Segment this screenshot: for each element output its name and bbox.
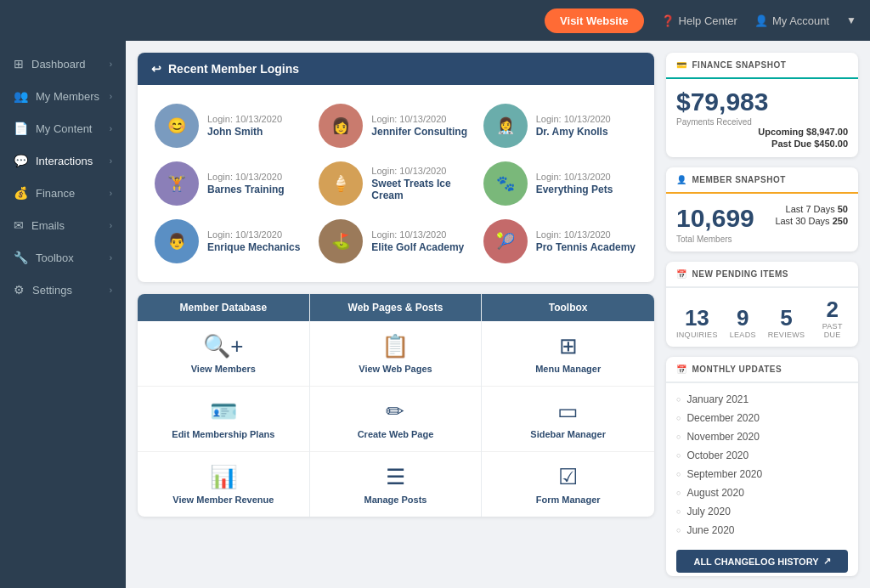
- login-avatar: 🐾: [483, 161, 528, 206]
- dashboard-icon: ⊞: [14, 57, 24, 71]
- quick-item-1-0[interactable]: 📋 View Web Pages: [310, 321, 482, 387]
- login-item[interactable]: 🎾 Login: 10/13/2020 Pro Tennis Academy: [478, 212, 642, 270]
- finance-amount: $79,983: [676, 89, 768, 115]
- visit-website-button[interactable]: Visit Website: [545, 8, 643, 33]
- quick-item-icon: ⊞: [559, 333, 578, 359]
- chevron-icon: ›: [110, 124, 112, 133]
- login-name: Sweet Treats Ice Cream: [371, 178, 472, 201]
- monthly-list-item[interactable]: July 2020: [676, 502, 848, 521]
- monthly-list-item[interactable]: December 2020: [676, 409, 848, 427]
- sidebar-item-my-members[interactable]: 👥 My Members ›: [0, 80, 126, 112]
- login-item[interactable]: 😊 Login: 10/13/2020 John Smith: [150, 97, 314, 155]
- sidebar-item-my-content[interactable]: 📄 My Content ›: [0, 112, 126, 144]
- monthly-list-item[interactable]: September 2020: [676, 465, 848, 483]
- monthly-updates-header: 📅 Monthly Updates: [666, 357, 858, 383]
- chevron-icon: ›: [110, 189, 112, 198]
- quick-item-label: View Web Pages: [359, 364, 432, 374]
- sidebar-item-finance[interactable]: 💰 Finance ›: [0, 177, 126, 209]
- login-name: Jennifer Consulting: [371, 126, 472, 138]
- chevron-icon: ›: [110, 92, 112, 101]
- quick-item-icon: 📋: [381, 333, 409, 359]
- top-nav: Visit Website ❓ Help Center 👤 My Account…: [0, 0, 870, 41]
- quick-col-header: Toolbox: [482, 294, 654, 321]
- quick-access-card: Member Database 🔍+ View Members 🪪 Edit M…: [138, 294, 654, 517]
- changelog-label: ALL CHANGELOG HISTORY: [693, 557, 818, 567]
- monthly-list-item[interactable]: June 2020: [676, 521, 848, 540]
- login-name: Elite Golf Academy: [371, 241, 472, 253]
- quick-item-1-1[interactable]: ✏ Create Web Page: [310, 387, 482, 452]
- quick-item-2-2[interactable]: ☑ Form Manager: [482, 452, 654, 517]
- quick-item-icon: 🔍+: [203, 333, 243, 359]
- sidebar-item-toolbox[interactable]: 🔧 Toolbox ›: [0, 241, 126, 274]
- app-layout: ⊞ Dashboard › 👥 My Members › 📄 My Conten…: [0, 41, 870, 588]
- login-item[interactable]: 🏋 Login: 10/13/2020 Barnes Training: [150, 155, 314, 212]
- quick-item-0-0[interactable]: 🔍+ View Members: [138, 321, 309, 387]
- last30-row: Last 30 Days 250: [775, 216, 848, 226]
- login-item[interactable]: 👨 Login: 10/13/2020 Enrique Mechanics: [150, 212, 314, 270]
- quick-item-2-0[interactable]: ⊞ Menu Manager: [482, 321, 654, 387]
- login-avatar: 🏋: [155, 161, 199, 206]
- quick-item-label: Manage Posts: [364, 495, 427, 505]
- chevron-icon: ›: [110, 156, 112, 166]
- finance-snapshot-body: $79,983 Payments Received Upcoming $8,94…: [666, 79, 858, 157]
- monthly-list-item[interactable]: January 2021: [676, 390, 848, 409]
- chevron-icon: ›: [110, 59, 112, 69]
- right-panel: 💳 Finance Snapshot $79,983 Payments Rece…: [666, 41, 870, 588]
- quick-item-icon: ✏: [386, 399, 404, 425]
- login-avatar: 🍦: [319, 161, 363, 206]
- login-date: Login: 10/13/2020: [536, 229, 637, 240]
- monthly-list-item[interactable]: October 2020: [676, 446, 848, 465]
- monthly-updates-card: 📅 Monthly Updates January 2021December 2…: [666, 357, 858, 576]
- login-name: Enrique Mechanics: [207, 241, 308, 253]
- pending-items-header: 📅 New Pending Items: [666, 262, 858, 288]
- calendar-icon: 📅: [676, 269, 687, 279]
- quick-col-header: Member Database: [138, 294, 309, 321]
- pending-items-body: 13 Inquiries 9 Leads 5 Reviews 2 Past Du…: [666, 288, 858, 347]
- sidebar-item-emails[interactable]: ✉ Emails ›: [0, 209, 126, 241]
- member-label: Total Members: [676, 235, 754, 244]
- monthly-list-item[interactable]: November 2020: [676, 427, 848, 446]
- login-date: Login: 10/13/2020: [207, 114, 308, 124]
- top-nav-chevron[interactable]: ▼: [846, 14, 856, 26]
- pending-items-card: 📅 New Pending Items 13 Inquiries 9 Leads…: [666, 262, 858, 347]
- toolbox-icon: 🔧: [14, 251, 28, 264]
- sidebar-label-dashboard: Dashboard: [31, 58, 86, 71]
- login-item[interactable]: 🍦 Login: 10/13/2020 Sweet Treats Ice Cre…: [314, 155, 477, 212]
- sidebar-item-interactions[interactable]: 💬 Interactions ›: [0, 144, 126, 177]
- login-item[interactable]: 👩‍⚕️ Login: 10/13/2020 Dr. Amy Knolls: [478, 97, 642, 155]
- pending-label: Inquiries: [676, 331, 718, 339]
- sidebar-label-my-content: My Content: [36, 122, 92, 135]
- quick-item-0-2[interactable]: 📊 View Member Revenue: [138, 452, 309, 517]
- login-date: Login: 10/13/2020: [371, 114, 472, 124]
- quick-item-1-2[interactable]: ☰ Manage Posts: [310, 452, 482, 517]
- quick-item-0-1[interactable]: 🪪 Edit Membership Plans: [138, 387, 309, 452]
- pending-nums: 13 Inquiries 9 Leads 5 Reviews 2 Past Du…: [676, 298, 848, 339]
- monthly-list: January 2021December 2020November 2020Oc…: [666, 383, 858, 546]
- quick-item-label: Form Manager: [536, 495, 601, 505]
- chevron-icon: ›: [110, 253, 112, 263]
- my-account-link[interactable]: 👤 My Account: [754, 14, 829, 27]
- pending-label: Reviews: [768, 331, 805, 339]
- sidebar-item-dashboard[interactable]: ⊞ Dashboard ›: [0, 48, 126, 80]
- interactions-icon: 💬: [14, 154, 28, 167]
- pending-num-1: 9 Leads: [730, 307, 756, 339]
- help-center-link[interactable]: ❓ Help Center: [661, 14, 737, 27]
- member-snapshot-title: Member Snapshot: [692, 175, 786, 184]
- login-item[interactable]: ⛳ Login: 10/13/2020 Elite Golf Academy: [314, 212, 477, 270]
- user-icon: 👤: [754, 14, 768, 27]
- login-avatar: 👩‍⚕️: [483, 104, 528, 148]
- top-nav-right: Visit Website ❓ Help Center 👤 My Account…: [545, 8, 856, 33]
- people-icon: 👤: [676, 175, 687, 184]
- quick-item-icon: ☑: [558, 464, 578, 490]
- login-item[interactable]: 🐾 Login: 10/13/2020 Everything Pets: [478, 155, 642, 212]
- sidebar-item-settings[interactable]: ⚙ Settings ›: [0, 274, 126, 306]
- monthly-list-item[interactable]: August 2020: [676, 483, 848, 502]
- login-avatar: 👩: [319, 104, 363, 148]
- quick-item-2-1[interactable]: ▭ Sidebar Manager: [482, 387, 654, 452]
- quick-col-2: Toolbox ⊞ Menu Manager ▭ Sidebar Manager…: [482, 294, 654, 517]
- last7-row: Last 7 Days 50: [775, 204, 848, 214]
- login-date: Login: 10/13/2020: [371, 229, 472, 240]
- login-item[interactable]: 👩 Login: 10/13/2020 Jennifer Consulting: [314, 97, 477, 155]
- changelog-button[interactable]: ALL CHANGELOG HISTORY ↗: [676, 550, 848, 573]
- login-icon: ↩: [151, 62, 161, 76]
